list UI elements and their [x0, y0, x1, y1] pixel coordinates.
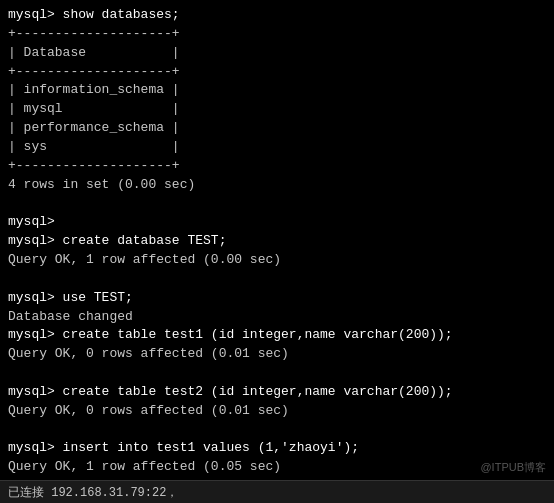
status-bar: 已连接 192.168.31.79:22，: [0, 480, 554, 503]
line-23: [8, 421, 546, 440]
terminal: mysql> show databases; +----------------…: [0, 0, 554, 480]
line-7: | performance_schema |: [8, 119, 546, 138]
line-22: Query OK, 0 rows affected (0.01 sec): [8, 402, 546, 421]
line-8: | sys |: [8, 138, 546, 157]
line-14: Query OK, 1 row affected (0.00 sec): [8, 251, 546, 270]
line-16: mysql> use TEST;: [8, 289, 546, 308]
line-24: mysql> insert into test1 values (1,'zhao…: [8, 439, 546, 458]
line-1: mysql> show databases;: [8, 6, 546, 25]
status-text: 已连接 192.168.31.79:22，: [8, 484, 178, 501]
line-5: | information_schema |: [8, 81, 546, 100]
watermark: @ITPUB博客: [480, 460, 546, 475]
line-18: mysql> create table test1 (id integer,na…: [8, 326, 546, 345]
line-10: 4 rows in set (0.00 sec): [8, 176, 546, 195]
line-21: mysql> create table test2 (id integer,na…: [8, 383, 546, 402]
line-25: Query OK, 1 row affected (0.05 sec): [8, 458, 546, 477]
line-11: [8, 194, 546, 213]
line-4: +--------------------+: [8, 63, 546, 82]
line-13: mysql> create database TEST;: [8, 232, 546, 251]
line-20: [8, 364, 546, 383]
line-9: +--------------------+: [8, 157, 546, 176]
line-3: | Database |: [8, 44, 546, 63]
line-19: Query OK, 0 rows affected (0.01 sec): [8, 345, 546, 364]
line-17: Database changed: [8, 308, 546, 327]
line-6: | mysql |: [8, 100, 546, 119]
line-12: mysql>: [8, 213, 546, 232]
line-2: +--------------------+: [8, 25, 546, 44]
line-15: [8, 270, 546, 289]
